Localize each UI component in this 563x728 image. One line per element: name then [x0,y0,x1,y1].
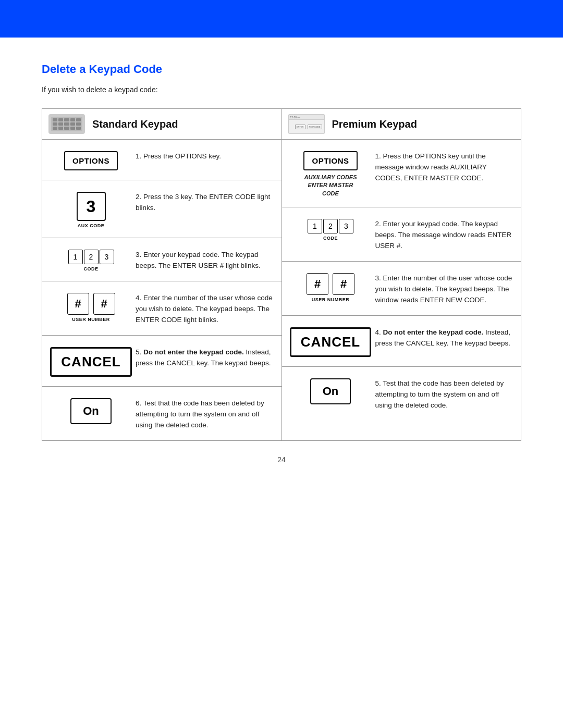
key-2-prem: 2 [323,219,338,233]
std-step-4: # # USER NUMBER 4. Enter the number of t… [42,281,282,336]
prem-step-4-key: CANCEL [290,325,371,357]
prem-step-3-desc: 3. Enter the number of the user whose co… [371,271,513,306]
cancel-key-prem: CANCEL [290,327,371,357]
key-2-std: 2 [84,250,99,264]
std-step-6-desc: 6. Test that the code has been deleted b… [131,396,273,431]
std-step-6: On 6. Test that the code has been delete… [42,387,282,440]
user-number-label-prem: USER NUMBER [312,297,350,302]
std-step-3-key: 1 2 3 CODE [51,248,131,272]
hash-key-2-prem: # [333,273,354,295]
code-label-std: CODE [83,266,98,272]
premium-column: 12:00 — ENTER NEW CODE Premium Keypad OP… [282,109,521,441]
prem-step-5: On 5. Test that the code has been delete… [282,367,521,421]
key-1-std: 1 [68,250,83,264]
premium-label: Premium Keypad [332,118,417,130]
hash-group-prem: # # [307,273,354,295]
prem-step-3-key: # # USER NUMBER [290,271,371,302]
premium-header: 12:00 — ENTER NEW CODE Premium Keypad [282,109,521,140]
prem-step-2: 1 2 3 CODE 2. Enter your keypad code. Th… [282,207,521,262]
hash-group-std: # # [67,293,115,315]
page-number: 24 [42,455,521,464]
std-step-4-desc: 4. Enter the number of the user whose co… [131,291,273,326]
page-header [0,0,563,38]
page-content: Delete a Keypad Code If you wish to dele… [0,38,563,495]
aux-text-prem: AUXILIARY CODESENTER MASTERCODE [304,174,357,198]
std-step-5-key: CANCEL [51,345,131,377]
key-1-prem: 1 [308,219,322,233]
std-step-2: 3 AUX CODE 2. Press the 3 key. The ENTER… [42,180,282,238]
prem-step-4-desc: 4. Do not enter the keypad code. Instead… [371,325,513,349]
hash-key-1-std: # [67,293,89,315]
prem-step-4: CANCEL 4. Do not enter the keypad code. … [282,316,521,367]
prem-bottom-area: ENTER NEW CODE [289,120,324,133]
std-step-5-desc: 5. Do not enter the keypad code. Instead… [131,345,273,369]
standard-column: Standard Keypad OPTIONS 1. Press the OPT… [42,109,282,441]
std-step-4-key: # # USER NUMBER [51,291,131,322]
std-step-2-desc: 2. Press the 3 key. The ENTER CODE light… [131,190,273,214]
key-3b-std: 3 [100,250,114,264]
instructions-table: Standard Keypad OPTIONS 1. Press the OPT… [42,108,521,441]
prem-btn-new-code: NEW CODE [308,125,322,129]
standard-keypad-icon [48,114,85,134]
std-step-1: OPTIONS 1. Press the OPTIONS key. [42,140,282,180]
std-step-2-key: 3 AUX CODE [51,190,131,228]
on-key-std: On [70,398,112,424]
prem-btn-enter: ENTER [295,125,305,129]
prem-step-1-key: OPTIONS AUXILIARY CODESENTER MASTERCODE [290,149,371,198]
intro-text: If you wish to delete a keypad code: [42,85,521,94]
prem-step-2-key: 1 2 3 CODE [290,217,371,241]
options-key-prem: OPTIONS [303,151,357,170]
hash-key-1-prem: # [307,273,328,295]
key-3-std: 3 [77,192,106,221]
prem-step-5-desc: 5. Test that the code has been deleted b… [371,376,513,411]
key-123-prem: 1 2 3 [308,219,353,233]
prem-step-1: OPTIONS AUXILIARY CODESENTER MASTERCODE … [282,140,521,207]
options-key-std: OPTIONS [64,151,118,170]
std-step-3: 1 2 3 CODE 3. Enter your keypad code. Th… [42,238,282,281]
prem-top-bar: 12:00 — [289,115,324,120]
key-3-prem: 3 [339,219,353,233]
std-step-5: CANCEL 5. Do not enter the keypad code. … [42,336,282,387]
section-title: Delete a Keypad Code [42,63,521,76]
user-number-label-std: USER NUMBER [72,317,110,322]
hash-key-2-std: # [93,293,115,315]
standard-label: Standard Keypad [92,118,178,130]
std-step-6-key: On [51,396,131,424]
cancel-key-std: CANCEL [50,347,131,377]
standard-header: Standard Keypad [42,109,282,140]
std-step-3-desc: 3. Enter your keypad code. The keypad be… [131,248,273,272]
prem-step-5-key: On [290,376,371,404]
key-123-std: 1 2 3 [68,250,114,264]
std-step-1-desc: 1. Press the OPTIONS key. [131,149,273,162]
on-key-prem: On [310,378,351,404]
aux-code-label-std: AUX CODE [78,223,105,228]
code-label-prem: CODE [323,236,338,241]
prem-step-1-desc: 1. Press the OPTIONS key until the messa… [371,149,513,184]
prem-step-3: # # USER NUMBER 3. Enter the number of t… [282,262,521,316]
std-step-1-key: OPTIONS [51,149,131,170]
premium-keypad-icon: 12:00 — ENTER NEW CODE [288,114,325,134]
prem-step-2-desc: 2. Enter your keypad code. The keypad be… [371,217,513,252]
